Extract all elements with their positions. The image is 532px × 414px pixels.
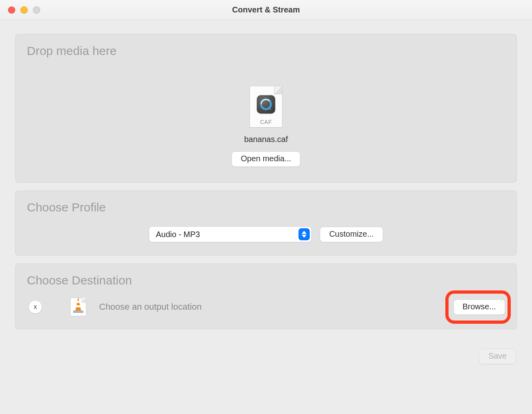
svg-rect-8: [73, 310, 83, 313]
profile-selected-label: Audio - MP3: [156, 230, 200, 239]
content-area: Drop media here CAF bananas.caf Open med…: [0, 20, 532, 372]
titlebar: Convert & Stream: [0, 0, 532, 20]
media-file-icon: CAF: [250, 86, 282, 128]
window-title: Convert & Stream: [0, 5, 532, 14]
choose-profile-heading: Choose Profile: [27, 201, 505, 214]
drop-media-panel[interactable]: Drop media here CAF bananas.caf Open med…: [15, 34, 517, 183]
customize-button[interactable]: Customize...: [320, 227, 383, 242]
profile-row: Audio - MP3 Customize...: [27, 218, 505, 242]
window-controls: [8, 6, 40, 14]
drop-media-heading: Drop media here: [27, 44, 505, 58]
choose-destination-panel: Choose Destination x Choose an output lo…: [15, 264, 517, 329]
destination-placeholder: Choose an output location: [99, 302, 202, 312]
svg-rect-6: [77, 301, 80, 303]
svg-rect-7: [76, 305, 81, 307]
close-window-button[interactable]: [8, 6, 15, 14]
clear-destination-button[interactable]: x: [28, 300, 42, 314]
quicktime-icon: [257, 95, 275, 114]
profile-select[interactable]: Audio - MP3: [149, 226, 312, 242]
svg-marker-5: [75, 297, 81, 310]
select-stepper-icon[interactable]: [298, 228, 310, 240]
vlc-file-icon: [70, 298, 86, 316]
choose-destination-heading: Choose Destination: [27, 274, 505, 287]
vlc-cone-icon: [71, 296, 86, 315]
drop-area[interactable]: CAF bananas.caf Open media...: [27, 62, 505, 169]
open-media-button[interactable]: Open media...: [231, 151, 301, 167]
svg-marker-3: [302, 231, 307, 234]
browse-button[interactable]: Browse...: [453, 299, 505, 315]
save-button: Save: [479, 349, 516, 364]
zoom-window-button: [33, 6, 40, 14]
choose-profile-panel: Choose Profile Audio - MP3 Customize...: [15, 191, 517, 256]
minimize-window-button[interactable]: [20, 6, 28, 14]
destination-row: x Choose an output location Browse...: [27, 291, 505, 316]
svg-marker-4: [302, 235, 307, 237]
media-filename: bananas.caf: [244, 135, 288, 144]
dog-ear-icon: [274, 86, 282, 94]
file-extension-label: CAF: [260, 119, 272, 125]
footer: Save: [15, 337, 517, 364]
